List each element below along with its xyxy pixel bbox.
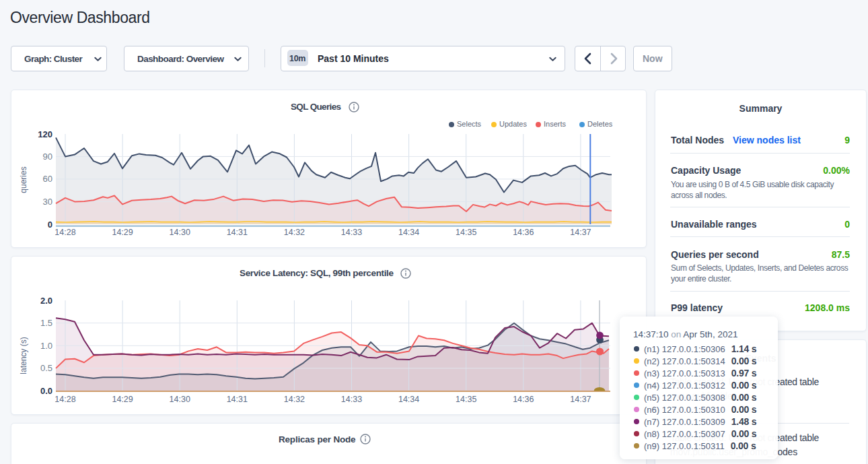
svg-text:14:28: 14:28 xyxy=(55,228,75,237)
svg-text:14:37: 14:37 xyxy=(570,395,591,404)
svg-text:14:30: 14:30 xyxy=(170,395,190,404)
svg-text:14:35: 14:35 xyxy=(456,395,476,404)
svg-text:14:29: 14:29 xyxy=(112,395,133,404)
svg-text:14:32: 14:32 xyxy=(284,395,305,404)
svg-text:latency (s): latency (s) xyxy=(19,337,28,374)
svg-text:14:35: 14:35 xyxy=(456,228,476,237)
svg-text:14:34: 14:34 xyxy=(398,395,419,404)
svg-text:0.5: 0.5 xyxy=(40,363,52,373)
svg-text:14:32: 14:32 xyxy=(284,228,305,237)
svg-text:14:36: 14:36 xyxy=(513,395,534,404)
svg-text:14:31: 14:31 xyxy=(227,395,248,404)
svg-text:14:37: 14:37 xyxy=(570,228,591,237)
svg-text:2.0: 2.0 xyxy=(40,296,52,306)
svg-text:14:28: 14:28 xyxy=(55,395,75,404)
svg-text:queries: queries xyxy=(19,166,28,193)
svg-text:14:31: 14:31 xyxy=(227,228,248,237)
svg-text:14:36: 14:36 xyxy=(513,228,534,237)
svg-text:14:30: 14:30 xyxy=(170,228,190,237)
svg-text:90: 90 xyxy=(43,152,52,162)
svg-text:14:29: 14:29 xyxy=(112,228,133,237)
svg-text:0: 0 xyxy=(48,220,52,230)
svg-text:30: 30 xyxy=(43,197,52,207)
svg-text:14:34: 14:34 xyxy=(398,228,419,237)
svg-text:0.0: 0.0 xyxy=(40,386,52,396)
svg-text:60: 60 xyxy=(43,174,52,184)
svg-text:1.0: 1.0 xyxy=(40,341,52,351)
svg-text:120: 120 xyxy=(38,129,52,139)
svg-text:14:33: 14:33 xyxy=(341,395,362,404)
svg-text:1.5: 1.5 xyxy=(40,318,52,328)
svg-text:14:33: 14:33 xyxy=(341,228,362,237)
